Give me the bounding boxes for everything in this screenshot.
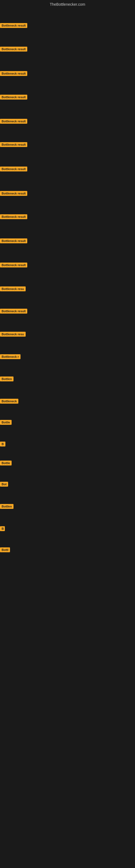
bottleneck-badge: Bottleneck result: [0, 23, 27, 28]
bottleneck-result-item: Bottleneck result: [0, 309, 27, 315]
bottleneck-badge: B: [0, 526, 5, 531]
bottleneck-result-item: Bottleneck result: [0, 239, 27, 244]
bottleneck-badge: Bottleneck result: [0, 166, 27, 172]
bottleneck-badge: Bottleneck resu: [0, 332, 26, 337]
bottleneck-result-item: Bottleneck result: [0, 142, 27, 148]
bottleneck-badge: Bottle: [0, 420, 12, 425]
bottleneck-result-item: Bottleneck result: [0, 95, 27, 101]
bottleneck-result-item: Bottleneck resu: [0, 332, 26, 338]
bottleneck-result-item: Bottleneck result: [0, 119, 27, 125]
bottleneck-badge: Bottleneck result: [0, 46, 27, 52]
bottleneck-result-item: Bottleneck result: [0, 166, 27, 173]
bottleneck-badge: Bot: [0, 482, 8, 487]
bottleneck-result-item: B: [0, 526, 5, 532]
site-title: TheBottlenecker.com: [0, 0, 135, 8]
bottleneck-badge: Bottleneck result: [0, 214, 27, 219]
bottleneck-badge: B: [0, 442, 5, 446]
bottleneck-badge: Bottleneck result: [0, 262, 27, 268]
bottleneck-result-item: Bottle: [0, 461, 12, 467]
bottleneck-badge: Bottleneck resu: [0, 286, 26, 291]
bottleneck-result-item: Bottleneck result: [0, 191, 27, 197]
bottleneck-result-item: Bottleneck result: [0, 23, 27, 29]
bottleneck-badge: Bottleneck result: [0, 191, 27, 196]
bottleneck-result-item: Bottle: [0, 420, 12, 426]
bottleneck-badge: Bottleneck result: [0, 95, 27, 99]
bottleneck-result-item: Bottleneck result: [0, 46, 27, 53]
bottleneck-result-item: Bottleneck: [0, 399, 18, 405]
bottleneck-badge: Bottleneck r: [0, 354, 20, 359]
bottleneck-result-item: Bottleneck result: [0, 262, 27, 269]
bottleneck-result-item: Bottlen: [0, 504, 13, 510]
bottleneck-badge: Bottleneck result: [0, 71, 27, 76]
bottleneck-badge: Bottleneck result: [0, 239, 27, 243]
bottleneck-badge: Bottleneck: [0, 399, 18, 404]
bottleneck-badge: Bottleneck result: [0, 142, 27, 147]
bottleneck-badge: Bottl: [0, 547, 10, 552]
bottleneck-result-item: Bottleneck resu: [0, 286, 26, 292]
bottleneck-result-item: Bottleneck r: [0, 354, 20, 360]
bottleneck-result-item: Bottleneck result: [0, 214, 27, 220]
bottleneck-result-item: Bottlen: [0, 376, 13, 382]
bottleneck-badge: Bottlen: [0, 376, 13, 381]
bottleneck-badge: Bottle: [0, 461, 12, 465]
bottleneck-result-item: Bottleneck result: [0, 71, 27, 77]
bottleneck-badge: Bottlen: [0, 504, 13, 509]
bottleneck-result-item: Bot: [0, 482, 8, 488]
bottleneck-badge: Bottleneck result: [0, 119, 27, 124]
bottleneck-badge: Bottleneck result: [0, 309, 27, 314]
bottleneck-result-item: Bottl: [0, 547, 10, 553]
bottleneck-result-item: B: [0, 442, 5, 447]
